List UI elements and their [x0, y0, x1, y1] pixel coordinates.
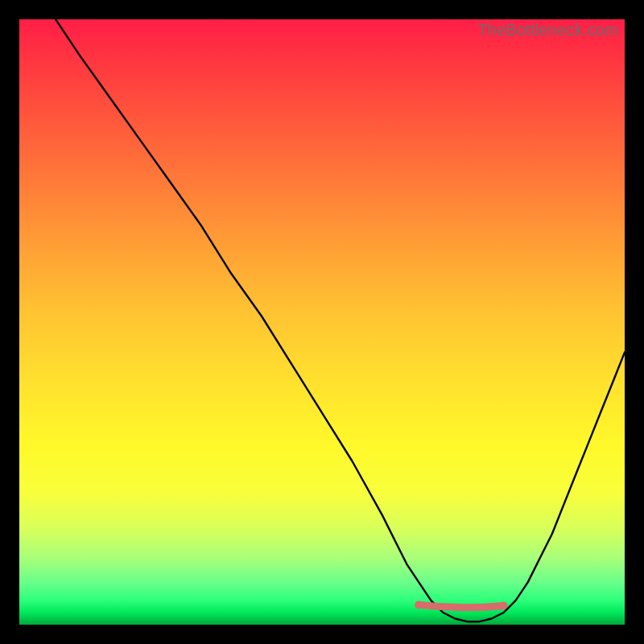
chart-plot-area: TheBottleneck.com: [19, 19, 625, 625]
chart-svg: [19, 19, 625, 625]
optimal-region-marker: [419, 605, 503, 607]
chart-frame: TheBottleneck.com: [0, 0, 644, 644]
optimal-region-end-dot: [500, 601, 508, 609]
bottleneck-curve: [56, 19, 625, 621]
optimal-region-start-dot: [415, 601, 423, 609]
